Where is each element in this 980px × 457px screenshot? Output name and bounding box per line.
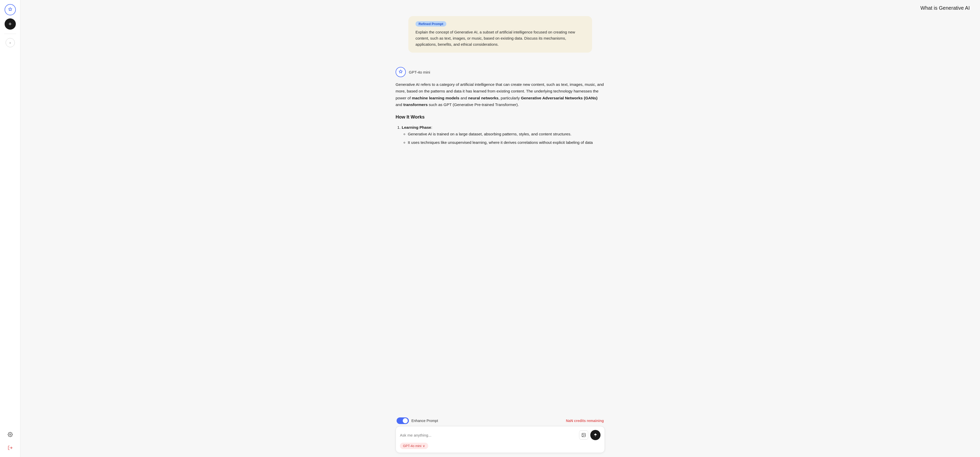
model-selector-row: GPT-4o mini ∨ — [400, 443, 600, 449]
bottom-bar: Enhance Prompt NaN credits remaining — [21, 415, 980, 457]
chat-input[interactable] — [400, 433, 576, 437]
how-it-works-heading: How It Works — [396, 113, 605, 121]
ai-response: GPT-4o mini Generative AI refers to a ca… — [396, 67, 605, 149]
main-content: What is Generative AI Refined Prompt Exp… — [21, 0, 980, 457]
chevron-right-icon: › — [10, 41, 11, 45]
chat-area: Refined Prompt Explain the concept of Ge… — [21, 16, 980, 415]
refined-prompt-text: Explain the concept of Generative AI, a … — [415, 29, 585, 48]
image-upload-button[interactable] — [579, 430, 588, 439]
svg-point-0 — [10, 434, 11, 435]
enhance-label: Enhance Prompt — [411, 419, 438, 423]
input-row — [400, 430, 600, 440]
page-title: What is Generative AI — [921, 5, 970, 11]
logout-button[interactable] — [5, 443, 15, 453]
learning-phase-label: Learning Phase — [402, 125, 431, 129]
chevron-down-icon: ∨ — [423, 444, 425, 448]
enhance-toggle[interactable] — [396, 417, 409, 424]
plus-icon: + — [8, 21, 12, 27]
header: What is Generative AI — [21, 0, 980, 16]
toggle-slider — [396, 417, 409, 424]
bullet-item-2: It uses techniques like unsupervised lea… — [408, 139, 605, 146]
input-box: GPT-4o mini ∨ — [396, 426, 605, 453]
model-selector-label: GPT-4o mini — [403, 444, 422, 448]
ai-intro-paragraph: Generative AI refers to a category of ar… — [396, 81, 605, 108]
ai-response-content: Generative AI refers to a category of ar… — [396, 81, 605, 149]
list-item-learning-phase: Learning Phase: Generative AI is trained… — [402, 124, 605, 146]
input-actions — [579, 430, 600, 440]
how-it-works-list: Learning Phase: Generative AI is trained… — [396, 124, 605, 146]
ai-avatar — [396, 67, 406, 77]
learning-phase-bullets: Generative AI is trained on a large data… — [402, 131, 605, 146]
new-chat-button[interactable]: + — [5, 18, 16, 30]
enhance-bar: Enhance Prompt NaN credits remaining — [396, 417, 605, 424]
enhance-left: Enhance Prompt — [396, 417, 438, 424]
settings-button[interactable] — [5, 430, 15, 439]
model-selector-button[interactable]: GPT-4o mini ∨ — [400, 443, 428, 449]
expand-sidebar-button[interactable]: › — [6, 38, 15, 47]
sidebar: + › — [0, 0, 21, 457]
chat-inner: Refined Prompt Explain the concept of Ge… — [396, 16, 605, 149]
bullet-item-1: Generative AI is trained on a large data… — [408, 131, 605, 137]
send-button[interactable] — [590, 430, 600, 440]
ai-response-header: GPT-4o mini — [396, 67, 605, 77]
refined-prompt-badge: Refined Prompt — [415, 21, 446, 27]
svg-point-3 — [583, 434, 583, 435]
ai-model-name: GPT-4o mini — [409, 70, 430, 74]
refined-prompt-bubble: Refined Prompt Explain the concept of Ge… — [408, 16, 592, 53]
logo-button[interactable] — [5, 4, 16, 15]
credits-remaining: NaN credits remaining — [566, 419, 604, 423]
